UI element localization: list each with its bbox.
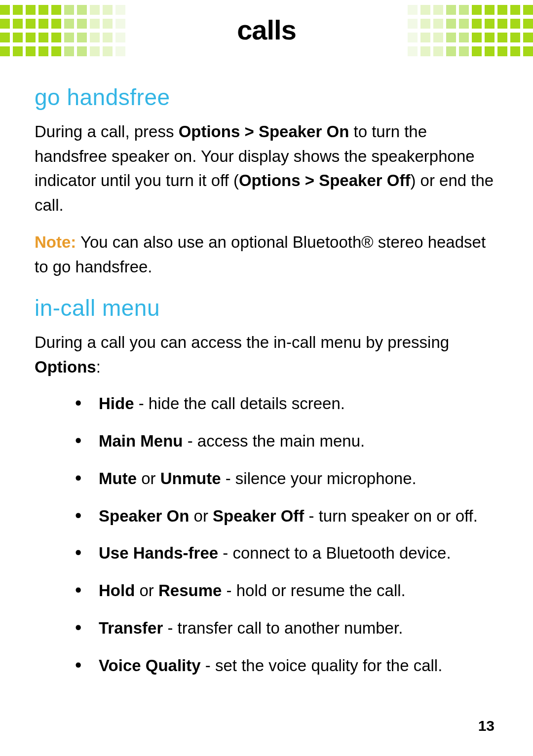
in-call-menu-list: Hide - hide the call details screen. Mai… <box>35 392 498 678</box>
decorative-squares-left <box>0 5 128 60</box>
option-path: Options > Speaker Off <box>239 171 411 189</box>
note-label: Note: <box>35 233 76 251</box>
text: During a call you can access the in-call… <box>35 333 449 351</box>
text: or <box>137 469 160 488</box>
list-item: Hold or Resume - hold or resume the call… <box>35 579 498 603</box>
list-item: Transfer - transfer call to another numb… <box>35 616 498 640</box>
menu-option: Speaker On <box>99 507 189 525</box>
menu-option: Hold <box>99 581 135 600</box>
text: - transfer call to another number. <box>163 619 403 637</box>
menu-option: Use Hands-free <box>99 544 218 562</box>
menu-option: Voice Quality <box>99 656 201 675</box>
page-number: 13 <box>478 718 495 734</box>
menu-option: Resume <box>158 581 222 600</box>
text: - hide the call details screen. <box>134 394 345 413</box>
incall-intro: During a call you can access the in-call… <box>35 330 498 379</box>
text: or <box>189 507 213 525</box>
menu-option: Main Menu <box>99 432 183 450</box>
menu-option: Hide <box>99 394 134 413</box>
heading-go-handsfree: go handsfree <box>35 84 498 111</box>
menu-option: Unmute <box>160 469 221 488</box>
page-content: go handsfree During a call, press Option… <box>0 64 533 678</box>
menu-option: Speaker Off <box>213 507 304 525</box>
text: - set the voice quality for the call. <box>201 656 443 675</box>
text: - access the main menu. <box>183 432 365 450</box>
list-item: Voice Quality - set the voice quality fo… <box>35 654 498 678</box>
option-label: Options <box>35 358 96 376</box>
text: - silence your microphone. <box>221 469 417 488</box>
menu-option: Mute <box>99 469 137 488</box>
option-path: Options > Speaker On <box>179 122 349 141</box>
heading-in-call-menu: in-call menu <box>35 295 498 321</box>
text: - turn speaker on or off. <box>304 507 478 525</box>
note-text: You can also use an optional Bluetooth® … <box>35 233 486 276</box>
decorative-squares-right <box>405 5 533 60</box>
page-header: calls <box>0 0 533 64</box>
menu-option: Transfer <box>99 619 163 637</box>
list-item: Speaker On or Speaker Off - turn speaker… <box>35 504 498 528</box>
text: or <box>135 581 158 600</box>
handsfree-paragraph: During a call, press Options > Speaker O… <box>35 119 498 217</box>
text: During a call, press <box>35 122 179 141</box>
list-item: Main Menu - access the main menu. <box>35 429 498 453</box>
text: : <box>96 358 101 376</box>
text: - hold or resume the call. <box>222 581 405 600</box>
handsfree-note: Note: You can also use an optional Bluet… <box>35 230 498 279</box>
list-item: Use Hands-free - connect to a Bluetooth … <box>35 541 498 565</box>
text: - connect to a Bluetooth device. <box>218 544 451 562</box>
list-item: Mute or Unmute - silence your microphone… <box>35 467 498 491</box>
list-item: Hide - hide the call details screen. <box>35 392 498 416</box>
